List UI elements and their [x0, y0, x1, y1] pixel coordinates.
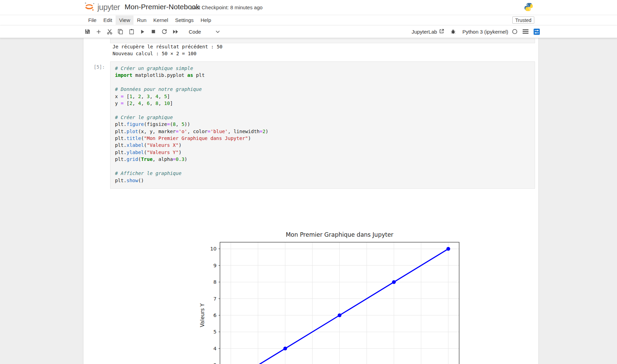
code-line: plt.show()	[115, 177, 535, 184]
svg-text:5: 5	[213, 329, 217, 334]
code-line: import matplotlib.pyplot as plt	[115, 72, 535, 79]
cell-type-dropdown[interactable]: Code	[189, 28, 220, 35]
svg-text:4: 4	[213, 346, 217, 351]
code-line: plt.ylabel("Valeurs Y")	[115, 149, 535, 156]
svg-text:Mon Premier Graphique dans Jup: Mon Premier Graphique dans Jupyter	[286, 231, 394, 238]
previous-cell-partial[interactable]	[110, 38, 535, 43]
menu-item-edit[interactable]: Edit	[100, 15, 116, 25]
trusted-button[interactable]: Trusted	[512, 16, 534, 24]
code-line: plt.plot(x, y, marker='o', color='blue',…	[115, 128, 535, 135]
code-line: plt.xlabel("Valeurs X")	[115, 142, 535, 149]
code-line: # Données pour notre graphique	[115, 86, 535, 93]
cut-cell-icon[interactable]	[106, 28, 113, 35]
chevron-down-icon	[216, 28, 220, 35]
restart-kernel-icon[interactable]	[161, 28, 167, 35]
code-line: x = [1, 2, 3, 4, 5]	[115, 93, 535, 100]
jupyter-logo-text: jupyter	[97, 3, 120, 12]
menu-item-view[interactable]: View	[116, 15, 133, 25]
copy-cell-icon[interactable]	[117, 28, 124, 35]
stream-output-line: Je récupère le résultat précédent : 50	[113, 43, 222, 50]
svg-text:6: 6	[213, 313, 217, 318]
hamburger-menu-icon[interactable]	[522, 28, 528, 35]
code-line: plt.title("Mon Premier Graphique dans Ju…	[115, 135, 535, 142]
stop-icon[interactable]	[150, 28, 156, 35]
code-line	[115, 79, 535, 86]
jupyterlab-link-label: JupyterLab	[411, 29, 437, 35]
svg-text:7: 7	[213, 296, 217, 302]
cell-stream-output: Je récupère le résultat précédent : 50No…	[113, 43, 222, 57]
svg-text:10: 10	[210, 246, 217, 251]
jupyter-logo[interactable]: jupyter	[83, 1, 120, 13]
panel-sliders-icon[interactable]	[534, 28, 540, 35]
cell-type-value: Code	[189, 29, 201, 35]
svg-text:9: 9	[213, 263, 217, 268]
menu-item-settings[interactable]: Settings	[172, 15, 197, 25]
last-checkpoint-text: Last Checkpoint: 8 minutes ago	[190, 4, 263, 10]
insert-cell-icon[interactable]	[95, 28, 102, 35]
code-line	[115, 107, 535, 114]
menu-item-run[interactable]: Run	[133, 15, 150, 25]
code-line: # Créer un graphique simple	[115, 65, 535, 72]
save-icon[interactable]	[84, 28, 91, 35]
menu-item-file[interactable]: File	[85, 15, 100, 25]
code-line	[115, 163, 535, 170]
code-cell-editor[interactable]: # Créer un graphique simpleimport matplo…	[110, 61, 535, 189]
code-line: plt.grid(True, alpha=0.3)	[115, 156, 535, 163]
run-icon[interactable]	[139, 28, 145, 35]
notebook-title[interactable]: Mon-Premier-Notebook	[125, 3, 199, 11]
cell-execution-prompt: [5]:	[94, 64, 105, 70]
paste-cell-icon[interactable]	[128, 28, 135, 35]
toolbar-right-group: JupyterLab Python 3 (ipykernel)	[411, 25, 540, 38]
external-link-icon	[439, 29, 444, 35]
toolbar-left-group: Code	[84, 25, 220, 38]
jupyter-logo-icon	[83, 1, 95, 14]
code-line: # Créer le graphique	[115, 114, 535, 121]
notebook-scroll-panel[interactable]: Je récupère le résultat précédent : 50No…	[83, 38, 539, 364]
svg-text:8: 8	[213, 279, 217, 285]
debugger-bug-icon[interactable]	[450, 28, 456, 35]
kernel-name-button[interactable]: Python 3 (ipykernel)	[463, 29, 508, 35]
menu-items: FileEditViewRunKernelSettingsHelp	[85, 15, 214, 25]
svg-text:3: 3	[213, 362, 217, 364]
open-in-jupyterlab-link[interactable]: JupyterLab	[411, 29, 444, 35]
code-line: # Afficher le graphique	[115, 170, 535, 177]
menu-item-help[interactable]: Help	[197, 15, 214, 25]
chart-output-image: 1.01.52.02.53.03.54.04.55.02345678910Mon…	[179, 230, 481, 364]
stream-output-line: Nouveau calcul : 50 × 2 = 100	[113, 50, 222, 57]
code-line: y = [2, 4, 6, 8, 10]	[115, 100, 535, 107]
header-bar: jupyter Mon-Premier-Notebook Last Checkp…	[0, 0, 617, 15]
restart-run-all-icon[interactable]	[172, 28, 178, 35]
svg-text:Valeurs Y: Valeurs Y	[199, 303, 206, 327]
menu-item-kernel[interactable]: Kernel	[150, 15, 172, 25]
code-line: plt.figure(figsize=(8, 5))	[115, 121, 535, 128]
menu-bar: FileEditViewRunKernelSettingsHelp Truste…	[0, 15, 617, 25]
notebook-toolbar: Code JupyterLab Python 3 (ipykernel)	[0, 25, 617, 38]
kernel-idle-circle-icon	[512, 28, 518, 35]
python-logo-icon	[524, 2, 533, 13]
